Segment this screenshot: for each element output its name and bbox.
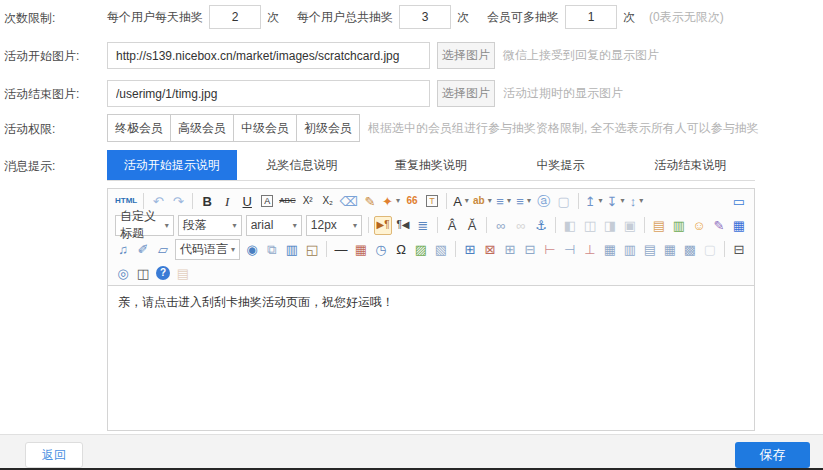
tab-activity-start-tip[interactable]: 活动开始提示说明 (107, 150, 237, 180)
end-image-pick-button[interactable]: 选择图片 (437, 80, 495, 107)
img-align-center-icon[interactable]: ◫ (581, 216, 599, 235)
subscript-icon[interactable]: X₂ (319, 192, 337, 211)
blockquote-icon[interactable]: 66 (403, 192, 421, 211)
help-icon[interactable]: ? (154, 264, 172, 283)
paste-text-icon[interactable]: T (423, 192, 441, 211)
table-doc-icon[interactable]: ▢ (701, 240, 719, 259)
map-icon[interactable]: ◉ (243, 240, 261, 259)
unlink-icon[interactable]: ∞ (512, 216, 530, 235)
editor-content-area[interactable]: 亲，请点击进入刮刮卡抽奖活动页面，祝您好运哦！ (108, 285, 754, 430)
paragraph-dropdown[interactable]: 段落▾ (178, 215, 242, 236)
merge-down-icon[interactable]: ▦ (661, 240, 679, 259)
link-icon[interactable]: ∞ (492, 216, 510, 235)
delete-row-icon[interactable]: ⊢ (541, 240, 559, 259)
anchor-icon[interactable]: ⚓ (532, 216, 550, 235)
bold-icon[interactable]: B (198, 192, 216, 211)
custom-title-dropdown[interactable]: 自定义标题▾ (115, 215, 174, 236)
code-language-dropdown[interactable]: 代码语言▾ (175, 239, 240, 260)
anchor-tag-icon[interactable]: ⓐ (535, 192, 553, 211)
underline-icon[interactable]: U (238, 192, 256, 211)
unordered-list-icon[interactable]: ≡▾ (515, 192, 533, 211)
img-align-left-icon[interactable]: ◧ (561, 216, 579, 235)
table-header-icon[interactable]: ⊞ (501, 240, 519, 259)
eraser-icon[interactable]: ⌫ (339, 192, 359, 211)
spacing-before-icon[interactable]: ↥▾ (584, 192, 604, 211)
save-button[interactable]: 保存 (735, 442, 810, 468)
delete-table-icon[interactable]: ⊠ (481, 240, 499, 259)
format-brush-icon[interactable]: ✎ (361, 192, 379, 211)
merge-cells-icon[interactable]: ▦ (601, 240, 619, 259)
scrawl-icon[interactable]: ✎ (710, 216, 728, 235)
perm-ultimate-member-button[interactable]: 终极会员 (107, 114, 171, 142)
font-size-down-icon[interactable]: Ǎ (463, 216, 481, 235)
quick-format-icon[interactable]: ▧ (432, 240, 450, 259)
end-image-input[interactable] (107, 80, 430, 107)
font-color-icon[interactable]: A▾ (452, 192, 470, 211)
per-day-label: 每个用户每天抽奖 (107, 9, 203, 26)
font-size-up-icon[interactable]: Â (443, 216, 461, 235)
text-style-icon[interactable]: ✦▾ (381, 192, 401, 211)
insert-table-icon[interactable]: ⊞ (461, 240, 479, 259)
image-manager-icon[interactable]: ▥ (670, 216, 688, 235)
start-image-pick-button[interactable]: 选择图片 (437, 42, 495, 69)
rtl-paragraph-icon[interactable]: ≣ (414, 216, 432, 235)
tab-activity-end[interactable]: 活动结束说明 (625, 150, 755, 180)
form-icon[interactable]: ▨ (412, 240, 430, 259)
hr-icon[interactable]: — (332, 240, 350, 259)
perm-junior-member-button[interactable]: 初级会员 (296, 114, 360, 142)
spechars-icon[interactable]: Ω (392, 240, 410, 259)
delete-col-icon[interactable]: ⊥ (581, 240, 599, 259)
preview-icon[interactable]: ◎ (114, 264, 132, 283)
img-float-icon[interactable]: ▣ (621, 216, 639, 235)
toolbar-separator (326, 241, 327, 257)
perm-senior-member-button[interactable]: 高级会员 (170, 114, 234, 142)
insert-row-icon[interactable]: ⊟ (521, 240, 539, 259)
superscript-icon[interactable]: X² (299, 192, 317, 211)
split-cells-icon[interactable]: ▥ (621, 240, 639, 259)
italic-icon[interactable]: I (218, 192, 236, 211)
columns-icon[interactable]: ▥ (283, 240, 301, 259)
font-family-dropdown[interactable]: arial▾ (246, 215, 302, 236)
back-button[interactable]: 返回 (25, 442, 83, 468)
img-align-right-icon[interactable]: ◨ (601, 216, 619, 235)
ordered-list-icon[interactable]: ≡▾ (495, 192, 513, 211)
pagebreak-icon[interactable]: ⧉ (263, 240, 281, 259)
ltr-paragraph-icon[interactable]: ¶◀ (394, 216, 412, 235)
font-size-dropdown[interactable]: 12px▾ (306, 215, 362, 236)
attachment-icon[interactable]: ✐ (134, 240, 152, 259)
date-icon[interactable]: ▦ (352, 240, 370, 259)
bordered-text-icon[interactable]: A (258, 192, 276, 211)
insert-col-icon[interactable]: ⊣ (561, 240, 579, 259)
find-replace-icon[interactable]: ◫ (134, 264, 152, 283)
total-label: 每个用户总共抽奖 (297, 9, 393, 26)
paste-icon[interactable]: ▤ (174, 264, 192, 283)
insert-doc-icon[interactable]: ▱ (154, 240, 172, 259)
emoji-icon[interactable]: ☺ (690, 216, 708, 235)
total-input[interactable] (399, 5, 451, 29)
start-image-hint: 微信上接受到回复的显示图片 (503, 47, 659, 64)
highlight-color-icon[interactable]: ab▾ (472, 192, 493, 211)
spacing-after-icon[interactable]: ↧▾ (606, 192, 626, 211)
redo-icon[interactable]: ↷ (169, 192, 187, 211)
insert-image-icon[interactable]: ▤ (650, 216, 668, 235)
snapshot-icon[interactable]: ◱ (303, 240, 321, 259)
tab-win-tip[interactable]: 中奖提示 (496, 150, 626, 180)
fullscreen-icon[interactable]: ▭ (730, 192, 748, 211)
tab-redeem-info[interactable]: 兑奖信息说明 (237, 150, 367, 180)
line-spacing-icon[interactable]: ↕▾ (628, 192, 646, 211)
extra-input[interactable] (565, 5, 617, 29)
music-icon[interactable]: ♫ (114, 240, 132, 259)
perm-middle-member-button[interactable]: 中级会员 (233, 114, 297, 142)
first-line-indent-icon[interactable]: ▶¶ (374, 216, 392, 235)
print-icon[interactable]: ⊟ (730, 240, 748, 259)
time-icon[interactable]: ◷ (372, 240, 390, 259)
start-image-input[interactable] (107, 42, 430, 69)
tab-repeat-draw[interactable]: 重复抽奖说明 (366, 150, 496, 180)
scratchcard-activity-settings-page: 次数限制: 每个用户每天抽奖 次 每个用户总共抽奖 次 会员可多抽奖 次 (0表… (0, 0, 823, 470)
merge-right-icon[interactable]: ▤ (641, 240, 659, 259)
per-day-input[interactable] (209, 5, 261, 29)
table-full-icon[interactable]: ▩ (681, 240, 699, 259)
strikethrough-icon[interactable]: ABC (278, 192, 296, 211)
blank-doc-icon[interactable]: ▢ (555, 192, 573, 211)
insert-video-icon[interactable]: ▦ (730, 216, 748, 235)
